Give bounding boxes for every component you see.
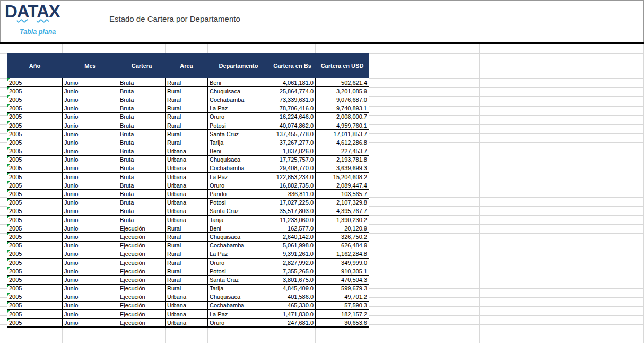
table-cell[interactable]: 17,011,853.7: [316, 130, 369, 138]
table-cell[interactable]: Ejecución: [118, 319, 166, 327]
table-cell[interactable]: Junio: [63, 147, 118, 155]
table-cell[interactable]: 25,864,774.0: [269, 87, 316, 95]
table-cell[interactable]: Junio: [63, 155, 118, 164]
table-cell[interactable]: Rural: [166, 258, 208, 267]
table-cell[interactable]: 17,725,757.0: [269, 155, 316, 164]
table-cell[interactable]: 9,391,261.0: [269, 250, 316, 258]
table-cell[interactable]: 401,586.0: [269, 293, 316, 301]
table-cell[interactable]: 17,027,225.0: [269, 198, 316, 207]
table-cell[interactable]: Rural: [166, 267, 208, 276]
table-cell[interactable]: 4,395,767.7: [316, 207, 369, 215]
table-cell[interactable]: Rural: [166, 121, 208, 129]
table-cell[interactable]: Junio: [63, 310, 118, 319]
table-cell[interactable]: Rural: [166, 241, 208, 250]
table-cell[interactable]: 2005: [7, 224, 63, 233]
table-cell[interactable]: Urbana: [166, 293, 208, 301]
table-cell[interactable]: Urbana: [166, 207, 208, 215]
table-cell[interactable]: 2005: [7, 301, 63, 309]
table-cell[interactable]: Bruta: [118, 78, 166, 87]
table-cell[interactable]: 465,330.0: [269, 301, 316, 309]
table-cell[interactable]: Junio: [63, 130, 118, 138]
table-cell[interactable]: Junio: [63, 173, 118, 181]
table-cell[interactable]: 2,107,329.8: [316, 198, 369, 207]
table-cell[interactable]: 2005: [7, 78, 63, 87]
table-cell[interactable]: Rural: [166, 112, 208, 121]
table-cell[interactable]: Ejecución: [118, 301, 166, 309]
table-cell[interactable]: Oruro: [208, 112, 269, 121]
table-cell[interactable]: 2005: [7, 319, 63, 327]
table-cell[interactable]: Santa Cruz: [208, 130, 269, 138]
table-cell[interactable]: Junio: [63, 95, 118, 104]
table-cell[interactable]: Bruta: [118, 173, 166, 181]
column-header-cartera-bs[interactable]: Cartera en Bs: [269, 54, 316, 78]
table-cell[interactable]: 1,837,826.0: [269, 147, 316, 155]
table-cell[interactable]: 49,701.2: [316, 293, 369, 301]
table-cell[interactable]: Ejecución: [118, 276, 166, 284]
table-cell[interactable]: 2005: [7, 104, 63, 112]
table-cell[interactable]: Bruta: [118, 207, 166, 215]
table-cell[interactable]: Junio: [63, 301, 118, 309]
table-cell[interactable]: Potosi: [208, 121, 269, 129]
table-cell[interactable]: 2005: [7, 276, 63, 284]
table-cell[interactable]: Junio: [63, 284, 118, 293]
table-cell[interactable]: 2005: [7, 155, 63, 164]
table-cell[interactable]: Ejecución: [118, 241, 166, 250]
table-cell[interactable]: Urbana: [166, 164, 208, 172]
table-cell[interactable]: 15,204,608.2: [316, 173, 369, 181]
table-cell[interactable]: 2,193,781.8: [316, 155, 369, 164]
table-cell[interactable]: Rural: [166, 250, 208, 258]
table-cell[interactable]: Chuquisaca: [208, 293, 269, 301]
table-cell[interactable]: Urbana: [166, 147, 208, 155]
table-cell[interactable]: Junio: [63, 181, 118, 190]
table-cell[interactable]: Ejecución: [118, 284, 166, 293]
table-cell[interactable]: Urbana: [166, 216, 208, 224]
table-cell[interactable]: Bruta: [118, 164, 166, 172]
table-cell[interactable]: 2005: [7, 198, 63, 207]
table-cell[interactable]: Junio: [63, 207, 118, 215]
table-cell[interactable]: 3,201,085.9: [316, 87, 369, 95]
table-cell[interactable]: Potosi: [208, 198, 269, 207]
table-cell[interactable]: 9,740,893.1: [316, 104, 369, 112]
table-cell[interactable]: Junio: [63, 164, 118, 172]
table-cell[interactable]: 122,853,234.0: [269, 173, 316, 181]
table-cell[interactable]: Cochabamba: [208, 164, 269, 172]
table-cell[interactable]: Bruta: [118, 155, 166, 164]
table-cell[interactable]: 5,061,998.0: [269, 241, 316, 250]
table-cell[interactable]: Junio: [63, 224, 118, 233]
table-cell[interactable]: 1,471,830.0: [269, 310, 316, 319]
table-cell[interactable]: Urbana: [166, 155, 208, 164]
table-cell[interactable]: Chuquisaca: [208, 233, 269, 241]
table-cell[interactable]: 40,074,862.0: [269, 121, 316, 129]
table-cell[interactable]: 30,653.6: [316, 319, 369, 327]
table-cell[interactable]: Beni: [208, 147, 269, 155]
table-cell[interactable]: 37,267,277.0: [269, 138, 316, 147]
table-cell[interactable]: Urbana: [166, 301, 208, 309]
table-cell[interactable]: 4,612,286.8: [316, 138, 369, 147]
table-cell[interactable]: 137,455,778.0: [269, 130, 316, 138]
table-cell[interactable]: 20,120.9: [316, 224, 369, 233]
table-cell[interactable]: Junio: [63, 258, 118, 267]
table-cell[interactable]: Rural: [166, 104, 208, 112]
table-cell[interactable]: 57,590.3: [316, 301, 369, 309]
table-cell[interactable]: Junio: [63, 293, 118, 301]
table-cell[interactable]: Bruta: [118, 147, 166, 155]
table-cell[interactable]: 470,504.3: [316, 276, 369, 284]
table-cell[interactable]: 182,157.2: [316, 310, 369, 319]
table-cell[interactable]: 247,681.0: [269, 319, 316, 327]
table-cell[interactable]: Oruro: [208, 319, 269, 327]
table-cell[interactable]: Beni: [208, 78, 269, 87]
table-cell[interactable]: 349,999.0: [316, 258, 369, 267]
table-cell[interactable]: Rural: [166, 224, 208, 233]
table-cell[interactable]: 502,621.4: [316, 78, 369, 87]
table-cell[interactable]: 2005: [7, 87, 63, 95]
table-cell[interactable]: Beni: [208, 224, 269, 233]
table-cell[interactable]: 4,845,409.0: [269, 284, 316, 293]
table-cell[interactable]: Oruro: [208, 181, 269, 190]
column-header-mes[interactable]: Mes: [63, 54, 118, 78]
table-cell[interactable]: 1,390,230.2: [316, 216, 369, 224]
table-cell[interactable]: Oruro: [208, 258, 269, 267]
table-cell[interactable]: Urbana: [166, 190, 208, 198]
table-cell[interactable]: Bruta: [118, 181, 166, 190]
table-cell[interactable]: 2,008,000.7: [316, 112, 369, 121]
table-cell[interactable]: 2005: [7, 173, 63, 181]
